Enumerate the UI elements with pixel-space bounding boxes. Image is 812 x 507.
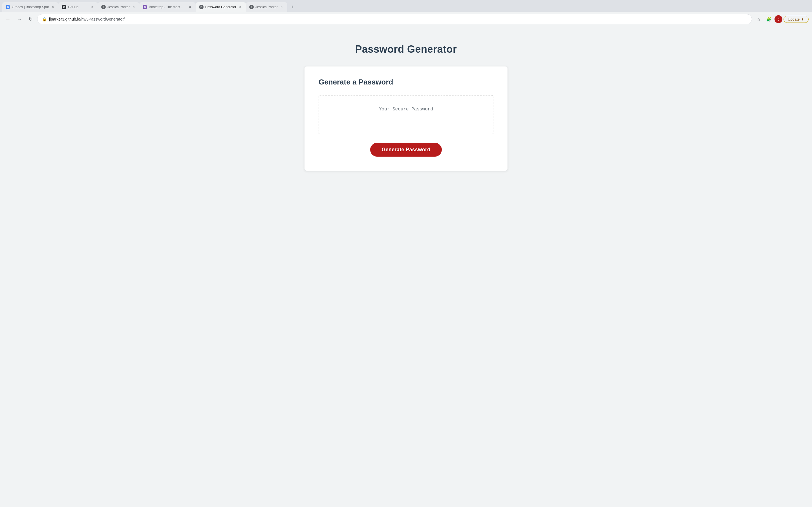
url-path: /hw3PasswordGenerator/ xyxy=(80,17,125,21)
tab-icon-jessica2: J xyxy=(249,5,254,9)
page-title: Password Generator xyxy=(355,43,457,55)
tab-close-jessica2[interactable]: × xyxy=(280,5,284,9)
url-text: jlparker3.github.io/hw3PasswordGenerator… xyxy=(49,17,747,21)
tab-label-pwgen: Password Generator xyxy=(205,5,236,9)
generate-password-button[interactable]: Generate Password xyxy=(370,143,442,157)
tab-close-jessica1[interactable]: × xyxy=(132,5,136,9)
update-button[interactable]: Update ⋮ xyxy=(783,16,809,23)
refresh-button[interactable]: ↻ xyxy=(26,15,35,24)
tab-jessica1[interactable]: J Jessica Parker × xyxy=(98,2,139,12)
tab-label-grades: Grades | Bootcamp Spot xyxy=(12,5,49,9)
tab-pwgen[interactable]: P Password Generator × xyxy=(196,2,246,12)
tab-label-github: GitHub xyxy=(68,5,88,9)
lock-icon: 🔒 xyxy=(42,17,47,21)
browser-chrome: G Grades | Bootcamp Spot × G GitHub × J … xyxy=(0,0,812,507)
tab-close-github[interactable]: × xyxy=(90,5,94,9)
tab-label-jessica1: Jessica Parker xyxy=(107,5,130,9)
tab-bootstrap[interactable]: B Bootstrap · The most popu… × xyxy=(139,2,196,12)
tab-icon-github: G xyxy=(62,5,66,9)
back-button[interactable]: ← xyxy=(3,15,12,24)
tab-icon-grades: G xyxy=(6,5,10,9)
tab-close-bootstrap[interactable]: × xyxy=(188,5,192,9)
password-placeholder-text: Your Secure Password xyxy=(379,104,433,112)
tab-close-pwgen[interactable]: × xyxy=(238,5,243,9)
extensions-button[interactable]: 🧩 xyxy=(764,15,773,24)
forward-button[interactable]: → xyxy=(15,15,24,24)
tab-bar: G Grades | Bootcamp Spot × G GitHub × J … xyxy=(0,0,812,12)
tab-label-jessica2: Jessica Parker xyxy=(255,5,278,9)
tab-label-bootstrap: Bootstrap · The most popu… xyxy=(149,5,186,9)
card-heading: Generate a Password xyxy=(319,78,493,87)
address-bar-actions: ☆ 🧩 J Update ⋮ xyxy=(754,15,809,24)
tab-icon-jessica1: J xyxy=(101,5,106,9)
card: Generate a Password Your Secure Password… xyxy=(305,66,507,171)
url-domain: jlparker3.github.io xyxy=(49,17,80,21)
tab-github[interactable]: G GitHub × xyxy=(58,2,98,12)
password-display-box: Your Secure Password xyxy=(319,95,493,134)
tab-close-grades[interactable]: × xyxy=(50,5,55,9)
tab-jessica2[interactable]: J Jessica Parker × xyxy=(246,2,287,12)
tab-icon-bootstrap: B xyxy=(143,5,147,9)
tab-icon-pwgen: P xyxy=(199,5,204,9)
address-bar: ← → ↻ 🔒 jlparker3.github.io/hw3PasswordG… xyxy=(0,12,812,26)
new-tab-button[interactable]: + xyxy=(289,3,296,11)
tab-grades[interactable]: G Grades | Bootcamp Spot × xyxy=(2,2,58,12)
page-content: Password Generator Generate a Password Y… xyxy=(0,26,812,507)
bookmark-button[interactable]: ☆ xyxy=(754,15,763,24)
url-bar[interactable]: 🔒 jlparker3.github.io/hw3PasswordGenerat… xyxy=(37,14,752,24)
profile-avatar[interactable]: J xyxy=(774,15,782,23)
